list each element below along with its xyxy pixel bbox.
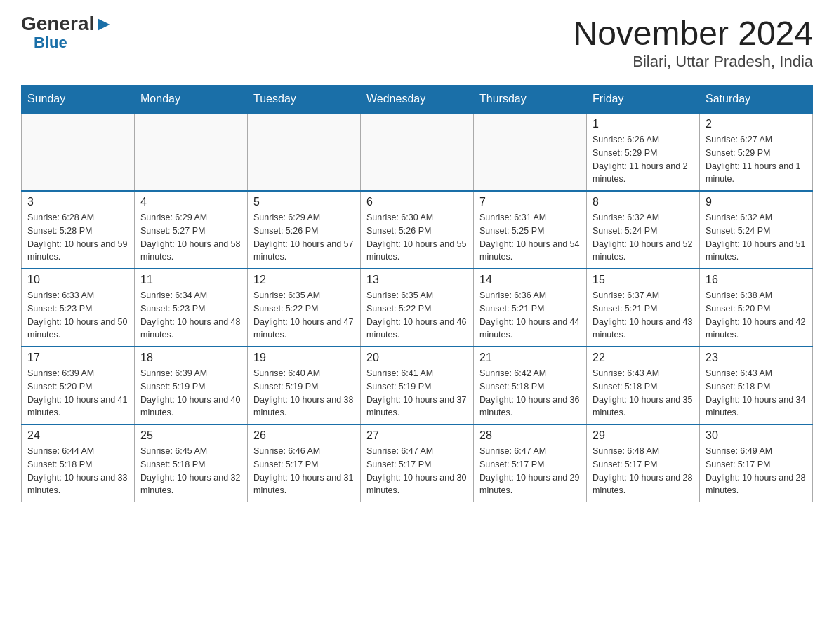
calendar-week-row: 1Sunrise: 6:26 AMSunset: 5:29 PMDaylight… xyxy=(22,113,813,191)
col-saturday: Saturday xyxy=(700,86,813,114)
logo-blue-text: Blue xyxy=(34,34,67,52)
day-number: 27 xyxy=(366,429,468,442)
calendar-header-row: Sunday Monday Tuesday Wednesday Thursday… xyxy=(22,86,813,114)
table-row: 8Sunrise: 6:32 AMSunset: 5:24 PMDaylight… xyxy=(587,191,700,269)
day-info: Sunrise: 6:28 AMSunset: 5:28 PMDaylight:… xyxy=(27,211,128,264)
table-row: 14Sunrise: 6:36 AMSunset: 5:21 PMDayligh… xyxy=(474,269,587,347)
table-row: 5Sunrise: 6:29 AMSunset: 5:26 PMDaylight… xyxy=(248,191,361,269)
table-row xyxy=(135,113,248,191)
table-row: 20Sunrise: 6:41 AMSunset: 5:19 PMDayligh… xyxy=(361,347,474,424)
table-row: 10Sunrise: 6:33 AMSunset: 5:23 PMDayligh… xyxy=(22,269,135,347)
calendar-subtitle: Bilari, Uttar Pradesh, India xyxy=(573,53,813,71)
day-number: 2 xyxy=(706,118,807,130)
day-info: Sunrise: 6:43 AMSunset: 5:18 PMDaylight:… xyxy=(593,367,694,420)
day-number: 19 xyxy=(253,351,355,364)
day-info: Sunrise: 6:44 AMSunset: 5:18 PMDaylight:… xyxy=(27,445,128,497)
table-row: 19Sunrise: 6:40 AMSunset: 5:19 PMDayligh… xyxy=(248,347,361,424)
day-number: 18 xyxy=(140,351,241,364)
table-row: 2Sunrise: 6:27 AMSunset: 5:29 PMDaylight… xyxy=(700,113,813,191)
day-number: 30 xyxy=(706,429,807,442)
day-info: Sunrise: 6:30 AMSunset: 5:26 PMDaylight:… xyxy=(366,211,468,264)
col-wednesday: Wednesday xyxy=(361,86,474,114)
day-number: 6 xyxy=(366,196,468,208)
day-info: Sunrise: 6:48 AMSunset: 5:17 PMDaylight:… xyxy=(593,445,694,497)
day-number: 4 xyxy=(140,196,241,208)
day-info: Sunrise: 6:33 AMSunset: 5:23 PMDaylight:… xyxy=(27,289,128,342)
day-number: 8 xyxy=(593,196,694,208)
calendar-week-row: 17Sunrise: 6:39 AMSunset: 5:20 PMDayligh… xyxy=(22,347,813,424)
day-number: 1 xyxy=(593,118,694,130)
day-info: Sunrise: 6:42 AMSunset: 5:18 PMDaylight:… xyxy=(479,367,581,420)
table-row xyxy=(361,113,474,191)
table-row: 29Sunrise: 6:48 AMSunset: 5:17 PMDayligh… xyxy=(587,424,700,502)
table-row: 23Sunrise: 6:43 AMSunset: 5:18 PMDayligh… xyxy=(700,347,813,424)
table-row: 16Sunrise: 6:38 AMSunset: 5:20 PMDayligh… xyxy=(700,269,813,347)
day-info: Sunrise: 6:35 AMSunset: 5:22 PMDaylight:… xyxy=(366,289,468,342)
day-info: Sunrise: 6:39 AMSunset: 5:20 PMDaylight:… xyxy=(27,367,128,420)
day-info: Sunrise: 6:34 AMSunset: 5:23 PMDaylight:… xyxy=(140,289,241,342)
day-number: 25 xyxy=(140,429,241,442)
table-row: 17Sunrise: 6:39 AMSunset: 5:20 PMDayligh… xyxy=(22,347,135,424)
day-info: Sunrise: 6:41 AMSunset: 5:19 PMDaylight:… xyxy=(366,367,468,420)
day-info: Sunrise: 6:36 AMSunset: 5:21 PMDaylight:… xyxy=(479,289,581,342)
table-row xyxy=(22,113,135,191)
day-number: 23 xyxy=(706,351,807,364)
calendar-week-row: 10Sunrise: 6:33 AMSunset: 5:23 PMDayligh… xyxy=(22,269,813,347)
table-row: 6Sunrise: 6:30 AMSunset: 5:26 PMDaylight… xyxy=(361,191,474,269)
col-friday: Friday xyxy=(587,86,700,114)
table-row: 1Sunrise: 6:26 AMSunset: 5:29 PMDaylight… xyxy=(587,113,700,191)
table-row: 18Sunrise: 6:39 AMSunset: 5:19 PMDayligh… xyxy=(135,347,248,424)
table-row: 26Sunrise: 6:46 AMSunset: 5:17 PMDayligh… xyxy=(248,424,361,502)
table-row xyxy=(248,113,361,191)
calendar-table: Sunday Monday Tuesday Wednesday Thursday… xyxy=(21,85,813,502)
day-info: Sunrise: 6:43 AMSunset: 5:18 PMDaylight:… xyxy=(706,367,807,420)
calendar-week-row: 24Sunrise: 6:44 AMSunset: 5:18 PMDayligh… xyxy=(22,424,813,502)
day-number: 5 xyxy=(253,196,355,208)
table-row: 4Sunrise: 6:29 AMSunset: 5:27 PMDaylight… xyxy=(135,191,248,269)
day-number: 16 xyxy=(706,274,807,286)
day-info: Sunrise: 6:45 AMSunset: 5:18 PMDaylight:… xyxy=(140,445,241,497)
table-row: 28Sunrise: 6:47 AMSunset: 5:17 PMDayligh… xyxy=(474,424,587,502)
table-row: 15Sunrise: 6:37 AMSunset: 5:21 PMDayligh… xyxy=(587,269,700,347)
table-row: 3Sunrise: 6:28 AMSunset: 5:28 PMDaylight… xyxy=(22,191,135,269)
day-number: 20 xyxy=(366,351,468,364)
day-number: 9 xyxy=(706,196,807,208)
table-row: 25Sunrise: 6:45 AMSunset: 5:18 PMDayligh… xyxy=(135,424,248,502)
day-info: Sunrise: 6:27 AMSunset: 5:29 PMDaylight:… xyxy=(706,133,807,186)
day-number: 24 xyxy=(27,429,128,442)
table-row xyxy=(474,113,587,191)
calendar-week-row: 3Sunrise: 6:28 AMSunset: 5:28 PMDaylight… xyxy=(22,191,813,269)
day-number: 14 xyxy=(479,274,581,286)
table-row: 9Sunrise: 6:32 AMSunset: 5:24 PMDaylight… xyxy=(700,191,813,269)
day-number: 13 xyxy=(366,274,468,286)
day-number: 3 xyxy=(27,196,128,208)
day-number: 12 xyxy=(253,274,355,286)
col-thursday: Thursday xyxy=(474,86,587,114)
day-info: Sunrise: 6:31 AMSunset: 5:25 PMDaylight:… xyxy=(479,211,581,264)
day-info: Sunrise: 6:35 AMSunset: 5:22 PMDaylight:… xyxy=(253,289,355,342)
logo: General► Blue xyxy=(21,14,114,52)
table-row: 13Sunrise: 6:35 AMSunset: 5:22 PMDayligh… xyxy=(361,269,474,347)
day-info: Sunrise: 6:29 AMSunset: 5:27 PMDaylight:… xyxy=(140,211,241,264)
day-number: 15 xyxy=(593,274,694,286)
day-number: 26 xyxy=(253,429,355,442)
table-row: 11Sunrise: 6:34 AMSunset: 5:23 PMDayligh… xyxy=(135,269,248,347)
table-row: 7Sunrise: 6:31 AMSunset: 5:25 PMDaylight… xyxy=(474,191,587,269)
day-info: Sunrise: 6:49 AMSunset: 5:17 PMDaylight:… xyxy=(706,445,807,497)
day-info: Sunrise: 6:26 AMSunset: 5:29 PMDaylight:… xyxy=(593,133,694,186)
table-row: 30Sunrise: 6:49 AMSunset: 5:17 PMDayligh… xyxy=(700,424,813,502)
day-info: Sunrise: 6:39 AMSunset: 5:19 PMDaylight:… xyxy=(140,367,241,420)
day-number: 17 xyxy=(27,351,128,364)
day-info: Sunrise: 6:38 AMSunset: 5:20 PMDaylight:… xyxy=(706,289,807,342)
day-info: Sunrise: 6:37 AMSunset: 5:21 PMDaylight:… xyxy=(593,289,694,342)
day-number: 29 xyxy=(593,429,694,442)
day-number: 22 xyxy=(593,351,694,364)
table-row: 22Sunrise: 6:43 AMSunset: 5:18 PMDayligh… xyxy=(587,347,700,424)
day-number: 10 xyxy=(27,274,128,286)
col-tuesday: Tuesday xyxy=(248,86,361,114)
day-number: 21 xyxy=(479,351,581,364)
page-header: General► Blue November 2024 Bilari, Utta… xyxy=(21,14,813,71)
day-info: Sunrise: 6:47 AMSunset: 5:17 PMDaylight:… xyxy=(479,445,581,497)
day-number: 7 xyxy=(479,196,581,208)
day-info: Sunrise: 6:46 AMSunset: 5:17 PMDaylight:… xyxy=(253,445,355,497)
